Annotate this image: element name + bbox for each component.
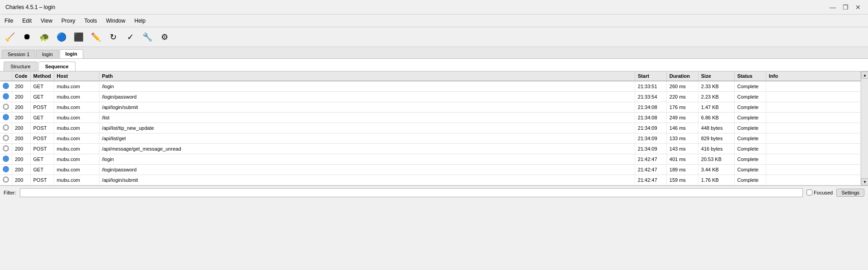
table-row[interactable]: 200GETmubu.com/list21:34:08249 ms6.86 KB…: [0, 113, 861, 123]
cell-method: GET: [30, 165, 54, 175]
view-tab-structure[interactable]: Structure: [4, 62, 38, 71]
minimize-button[interactable]: —: [828, 3, 837, 12]
cell-start: 21:34:08: [635, 102, 666, 113]
cell-host: mubu.com: [54, 81, 99, 92]
menu-item-window[interactable]: Window: [102, 16, 130, 26]
table-row[interactable]: 200GETmubu.com/login21:33:51260 ms2.33 K…: [0, 81, 861, 92]
gray-circle-icon: [3, 124, 9, 131]
menu-item-proxy[interactable]: Proxy: [57, 16, 80, 26]
menu-item-edit[interactable]: Edit: [18, 16, 36, 26]
cell-code: 200: [12, 154, 31, 165]
cell-code: 200: [12, 92, 31, 102]
cell-start: 21:33:51: [635, 81, 666, 92]
scroll-down-button[interactable]: ▼: [861, 178, 868, 185]
main-content: CodeMethodHostPathStartDurationSizeStatu…: [0, 71, 868, 185]
requests-table: CodeMethodHostPathStartDurationSizeStatu…: [0, 71, 861, 185]
table-row[interactable]: 200GETmubu.com/login/password21:42:47189…: [0, 165, 861, 175]
gray-circle-icon: [3, 145, 9, 152]
cell-host: mubu.com: [54, 154, 99, 165]
vertical-scrollbar[interactable]: ▲ ▼: [861, 71, 868, 185]
cell-method: GET: [30, 92, 54, 102]
settings-button[interactable]: Settings: [836, 189, 864, 197]
row-icon: [0, 144, 12, 154]
session-tab-2[interactable]: login: [60, 49, 83, 58]
cell-start: 21:34:08: [635, 113, 666, 123]
broom-icon[interactable]: 🧹: [2, 29, 18, 45]
cell-method: POST: [30, 123, 54, 133]
record-icon[interactable]: ⏺: [19, 29, 35, 45]
table-row[interactable]: 200POSTmubu.com/api/login/submit21:34:08…: [0, 102, 861, 113]
cell-host: mubu.com: [54, 175, 99, 185]
cell-info: [766, 144, 860, 154]
focused-label: Focused: [814, 190, 833, 195]
filter-input[interactable]: [20, 188, 803, 197]
table-row[interactable]: 200GETmubu.com/login21:42:47401 ms20.53 …: [0, 154, 861, 165]
cell-path: /api/login/submit: [99, 102, 635, 113]
cell-start: 21:34:09: [635, 123, 666, 133]
cell-start: 21:42:47: [635, 165, 666, 175]
cell-duration: 159 ms: [666, 175, 698, 185]
session-tab-0[interactable]: Session 1: [2, 50, 35, 58]
cell-host: mubu.com: [54, 113, 99, 123]
session-tab-1[interactable]: login: [36, 50, 58, 58]
cell-duration: 220 ms: [666, 92, 698, 102]
table-row[interactable]: 200POSTmubu.com/api/list/get21:34:09133 …: [0, 133, 861, 144]
cell-info: [766, 113, 860, 123]
cell-path: /login: [99, 154, 635, 165]
cell-size: 2.33 KB: [698, 81, 734, 92]
cell-info: [766, 165, 860, 175]
cell-start: 21:34:09: [635, 144, 666, 154]
col-header-Status: Status: [734, 71, 766, 81]
cell-start: 21:42:47: [635, 154, 666, 165]
cell-status: Complete: [734, 133, 766, 144]
cell-info: [766, 92, 860, 102]
cell-host: mubu.com: [54, 165, 99, 175]
menu-item-file[interactable]: File: [0, 16, 18, 26]
cell-info: [766, 175, 860, 185]
cell-host: mubu.com: [54, 133, 99, 144]
col-header-Duration: Duration: [666, 71, 698, 81]
focused-checkbox[interactable]: [807, 189, 812, 195]
cell-status: Complete: [734, 92, 766, 102]
table-row[interactable]: 200GETmubu.com/login/password21:33:54220…: [0, 92, 861, 102]
cell-path: /api/list/get: [99, 133, 635, 144]
scroll-up-button[interactable]: ▲: [861, 71, 868, 79]
menu-bar: FileEditViewProxyToolsWindowHelp: [0, 14, 868, 27]
cell-code: 200: [12, 144, 31, 154]
breakpoint-icon[interactable]: 🔵: [53, 29, 70, 45]
cell-path: /list: [99, 113, 635, 123]
cell-method: POST: [30, 102, 54, 113]
pencil-icon[interactable]: ✏️: [88, 29, 104, 45]
gray-circle-icon: [3, 104, 9, 110]
cell-size: 2.23 KB: [698, 92, 734, 102]
menu-item-tools[interactable]: Tools: [80, 16, 102, 26]
focused-checkbox-label[interactable]: Focused: [807, 189, 833, 195]
cell-start: 21:42:47: [635, 175, 666, 185]
table-row[interactable]: 200POSTmubu.com/api/login/submit21:42:47…: [0, 175, 861, 185]
scroll-track[interactable]: [861, 79, 868, 178]
view-tab-sequence[interactable]: Sequence: [38, 62, 75, 71]
cell-path: /login: [99, 81, 635, 92]
blue-circle-icon: [3, 83, 9, 89]
col-header-icon: [0, 71, 12, 81]
cell-method: GET: [30, 154, 54, 165]
cell-method: GET: [30, 113, 54, 123]
throttle-icon[interactable]: 🐢: [36, 29, 52, 45]
table-row[interactable]: 200POSTmubu.com/api/list/tip_new_update2…: [0, 123, 861, 133]
settings-icon[interactable]: ⚙: [156, 29, 173, 45]
menu-item-view[interactable]: View: [36, 16, 57, 26]
cell-code: 200: [12, 123, 31, 133]
menu-item-help[interactable]: Help: [130, 16, 150, 26]
table-row[interactable]: 200POSTmubu.com/api/message/get_message_…: [0, 144, 861, 154]
cell-method: GET: [30, 81, 54, 92]
cell-host: mubu.com: [54, 102, 99, 113]
cell-path: /login/password: [99, 92, 635, 102]
cell-size: 6.86 KB: [698, 113, 734, 123]
cell-code: 200: [12, 102, 31, 113]
maximize-button[interactable]: ❐: [841, 3, 850, 12]
tools-icon[interactable]: 🔧: [139, 29, 156, 45]
check-icon[interactable]: ✓: [122, 29, 138, 45]
refresh-icon[interactable]: ↻: [105, 29, 121, 45]
stop-icon[interactable]: ⬛: [71, 29, 87, 45]
close-button[interactable]: ✕: [854, 3, 863, 12]
